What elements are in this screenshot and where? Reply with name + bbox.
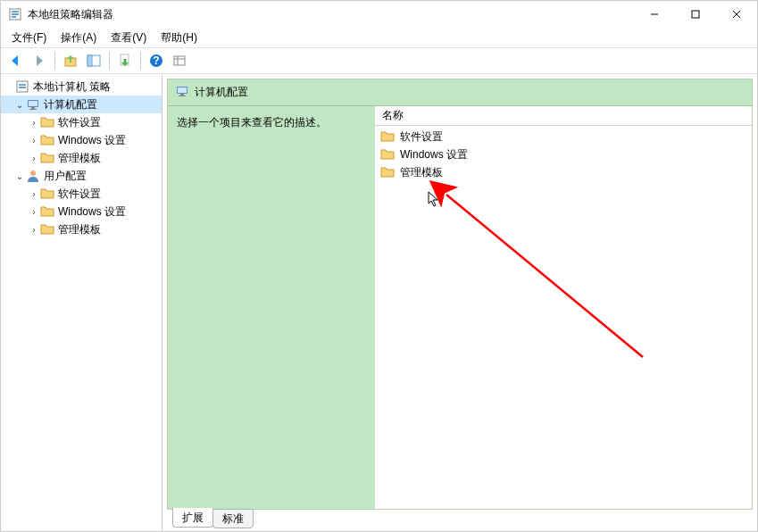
tree-item-label: 软件设置 (58, 115, 101, 130)
window-buttons (634, 1, 757, 28)
content-header-title: 计算机配置 (195, 85, 248, 100)
user-icon (26, 169, 40, 183)
toolbar-separator (109, 52, 110, 70)
folder-icon (380, 129, 395, 144)
svg-rect-3 (12, 16, 16, 18)
list-item-label: 管理模板 (400, 165, 443, 180)
right-pane: 计算机配置 选择一个项目来查看它的描述。 名称 软件设置 (162, 74, 757, 531)
window-title: 本地组策略编辑器 (28, 7, 634, 22)
description-text: 选择一个项目来查看它的描述。 (177, 116, 327, 129)
toolbar-separator (54, 52, 55, 70)
show-hide-tree-button[interactable] (83, 50, 104, 71)
description-column: 选择一个项目来查看它的描述。 (168, 106, 375, 509)
export-button[interactable] (114, 50, 136, 71)
computer-icon (175, 84, 189, 101)
svg-rect-23 (29, 109, 37, 110)
policy-icon (15, 79, 29, 94)
app-icon (8, 7, 22, 21)
toolbar-separator (140, 52, 141, 70)
help-button[interactable]: ? (146, 50, 167, 71)
folder-icon (380, 165, 395, 179)
collapse-icon[interactable]: ⌄ (13, 171, 26, 181)
up-level-button[interactable] (60, 50, 81, 71)
body: 本地计算机 策略 ⌄ 计算机配置 › 软件设置 › Windows 设置 › 管… (1, 74, 757, 531)
list-item-label: Windows 设置 (400, 147, 468, 162)
svg-rect-5 (692, 11, 699, 18)
list-item-label: 软件设置 (400, 129, 443, 145)
minimize-button[interactable] (634, 1, 675, 28)
expand-icon[interactable]: › (28, 189, 40, 199)
svg-rect-18 (19, 84, 26, 86)
list-item-software[interactable]: 软件设置 (375, 128, 752, 145)
svg-rect-27 (180, 94, 184, 96)
tree-computer-software[interactable]: › 软件设置 (1, 113, 162, 131)
tree-computer-config-label: 计算机配置 (44, 97, 97, 112)
tree-user-admin[interactable]: › 管理模板 (1, 220, 162, 238)
toolbar: ? (1, 47, 757, 74)
expand-icon[interactable]: › (28, 207, 40, 217)
svg-rect-14 (174, 56, 185, 65)
tab-extended[interactable]: 扩展 (172, 508, 213, 528)
window-root: 本地组策略编辑器 文件(F) 操作(A) 查看(V) 帮助(H) (0, 0, 758, 532)
svg-rect-21 (29, 101, 37, 106)
close-button[interactable] (716, 1, 757, 28)
titlebar: 本地组策略编辑器 (1, 1, 757, 28)
tab-strip: 扩展 标准 (167, 510, 753, 529)
collapse-icon[interactable]: ⌄ (13, 100, 26, 110)
svg-point-24 (30, 170, 36, 176)
folder-icon (40, 151, 54, 165)
tree-item-label: 管理模板 (58, 151, 101, 166)
tree-item-label: 管理模板 (58, 222, 101, 237)
svg-rect-2 (12, 13, 19, 15)
expand-icon[interactable]: › (28, 154, 40, 163)
computer-icon (26, 97, 40, 112)
list-item-windows[interactable]: Windows 设置 (375, 145, 752, 163)
svg-rect-10 (87, 55, 92, 66)
menu-file[interactable]: 文件(F) (4, 29, 54, 47)
tree-computer-config[interactable]: ⌄ 计算机配置 (1, 96, 162, 113)
filter-button[interactable] (169, 50, 190, 71)
expand-icon[interactable]: › (28, 118, 40, 128)
svg-rect-22 (31, 107, 35, 109)
tree-user-config[interactable]: ⌄ 用户配置 (1, 167, 162, 185)
tree-user-config-label: 用户配置 (44, 169, 87, 184)
list-rows: 软件设置 Windows 设置 管理模板 (375, 126, 752, 509)
folder-icon (40, 204, 54, 219)
tree-item-label: Windows 设置 (58, 133, 126, 148)
svg-text:?: ? (153, 54, 159, 67)
list-item-admin[interactable]: 管理模板 (375, 163, 752, 181)
list-header[interactable]: 名称 (375, 106, 752, 126)
tree-user-windows[interactable]: › Windows 设置 (1, 203, 162, 220)
expand-icon[interactable]: › (28, 136, 40, 145)
expand-icon[interactable]: › (28, 225, 40, 235)
tree-item-label: Windows 设置 (58, 204, 126, 220)
menu-help[interactable]: 帮助(H) (154, 29, 204, 47)
tab-standard[interactable]: 标准 (212, 509, 254, 528)
svg-rect-26 (178, 87, 187, 93)
menu-action[interactable]: 操作(A) (54, 29, 104, 47)
folder-icon (40, 187, 54, 201)
svg-rect-28 (179, 96, 186, 96)
folder-icon (40, 115, 54, 129)
tree-computer-windows[interactable]: › Windows 设置 (1, 131, 162, 149)
maximize-button[interactable] (675, 1, 716, 28)
tree-pane[interactable]: 本地计算机 策略 ⌄ 计算机配置 › 软件设置 › Windows 设置 › 管… (1, 74, 162, 531)
content-header: 计算机配置 (168, 79, 752, 106)
nav-forward-button[interactable] (29, 50, 50, 71)
tree-item-label: 软件设置 (58, 187, 101, 202)
menu-view[interactable]: 查看(V) (104, 29, 154, 47)
content-body: 选择一个项目来查看它的描述。 名称 软件设置 (168, 106, 752, 509)
tree-root-label: 本地计算机 策略 (33, 79, 111, 95)
tree-user-software[interactable]: › 软件设置 (1, 185, 162, 203)
tree-root[interactable]: 本地计算机 策略 (1, 78, 162, 96)
folder-icon (40, 222, 54, 237)
list-column-name: 名称 (382, 108, 404, 123)
svg-rect-19 (19, 87, 26, 88)
nav-back-button[interactable] (5, 50, 27, 71)
list-column: 名称 软件设置 Windows 设置 (375, 106, 752, 509)
folder-icon (380, 147, 395, 162)
menubar: 文件(F) 操作(A) 查看(V) 帮助(H) (1, 28, 757, 47)
svg-rect-1 (12, 11, 19, 12)
folder-icon (40, 133, 54, 147)
tree-computer-admin[interactable]: › 管理模板 (1, 149, 162, 167)
